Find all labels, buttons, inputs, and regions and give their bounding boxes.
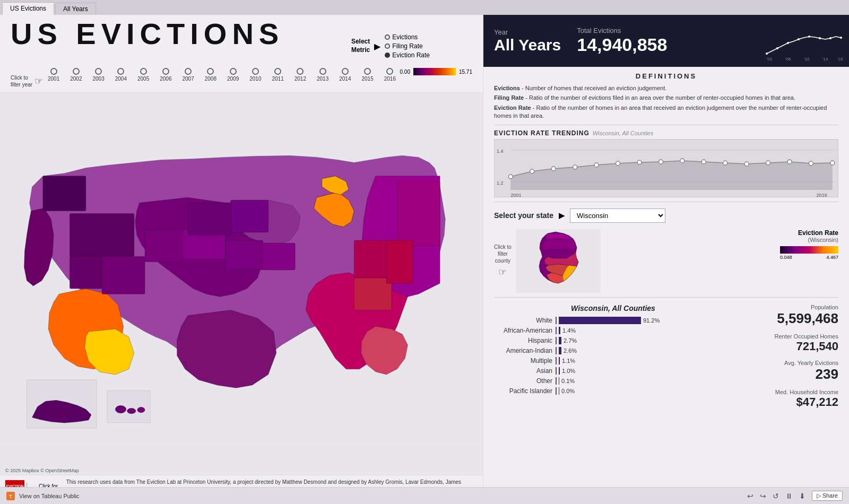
demo-row-multiple: Multiple 1.1% — [494, 357, 732, 364]
share-button[interactable]: ▷ Share — [812, 491, 843, 501]
demographics-title: Wisconsin, All Counties — [494, 304, 732, 312]
year-item-2016[interactable]: 2016 — [384, 68, 396, 82]
year-item-2011[interactable]: 2011 — [272, 68, 284, 82]
wi-legend-subtitle: (Wisconsin) — [780, 237, 838, 243]
svg-point-30 — [840, 37, 842, 39]
svg-rect-13 — [397, 181, 440, 246]
year-item-2004[interactable]: 2004 — [115, 68, 127, 82]
svg-text:T: T — [9, 494, 12, 499]
svg-point-26 — [798, 38, 800, 40]
select-metric-arrow: ▶ — [374, 41, 380, 51]
year-item-2012[interactable]: 2012 — [294, 68, 306, 82]
year-item-2008[interactable]: 2008 — [205, 68, 216, 82]
redo-icon[interactable]: ↪ — [760, 492, 766, 500]
year-value: All Years — [494, 36, 561, 54]
color-scale-min: 0.00 — [400, 69, 410, 75]
svg-point-17 — [115, 406, 126, 413]
year-item-2001[interactable]: 2001 — [48, 68, 59, 82]
svg-text:1.4: 1.4 — [497, 149, 504, 154]
svg-rect-3 — [102, 256, 145, 294]
demo-row-asian: Asian 1.0% — [494, 367, 732, 375]
definitions-title: DEFINITIONS — [494, 72, 838, 80]
svg-point-40 — [508, 175, 513, 179]
svg-point-41 — [530, 169, 534, 173]
stat-renter-homes: Renter Occupied Homes 721,540 — [743, 333, 838, 353]
metric-option-eviction-rate[interactable]: Eviction Rate — [385, 51, 430, 59]
demo-row-white: White 91.2% — [494, 317, 732, 324]
year-item-2005[interactable]: 2005 — [137, 68, 149, 82]
metric-option-filing-rate[interactable]: Filing Rate — [385, 42, 430, 50]
reset-icon[interactable]: ↺ — [773, 492, 779, 500]
svg-text:'14: '14 — [822, 57, 828, 62]
radio-filing-rate — [385, 44, 390, 49]
view-on-tableau[interactable]: View on Tableau Public — [19, 493, 79, 499]
stats-sparkline: '02 '06 '10 '14 '16 — [764, 19, 844, 62]
year-label: Year — [494, 28, 561, 36]
year-item-2007[interactable]: 2007 — [183, 68, 194, 82]
demo-row-pacific-islander: Pacific Islander 0.0% — [494, 387, 732, 395]
trending-chart[interactable]: 1.4 1.2 — [494, 139, 838, 197]
svg-point-53 — [787, 160, 792, 164]
svg-rect-14 — [386, 240, 413, 283]
click-filter-year[interactable]: Click tofilter year ☞ — [11, 74, 43, 88]
us-map-svg — [0, 92, 483, 475]
pause-icon[interactable]: ⏸ — [785, 492, 793, 500]
trending-subtitle: Wisconsin, All Counties — [593, 130, 653, 136]
stat-avg-evictions: Avg. Yearly Evictions 239 — [743, 360, 838, 383]
download-icon[interactable]: ⬇ — [799, 492, 805, 500]
wi-color-bar — [780, 246, 838, 254]
def-filing-rate: Filing Rate - Ratio of the number of evi… — [494, 94, 838, 102]
svg-rect-7 — [263, 243, 295, 270]
svg-text:1.2: 1.2 — [497, 180, 504, 186]
wi-map[interactable] — [516, 229, 601, 293]
stat-population: Population 5,599,468 — [743, 304, 838, 327]
total-evictions-value: 14,940,858 — [577, 34, 667, 55]
svg-point-50 — [723, 161, 727, 165]
year-item-2006[interactable]: 2006 — [160, 68, 171, 82]
svg-rect-16 — [107, 390, 150, 423]
svg-rect-12 — [354, 278, 392, 310]
year-item-2009[interactable]: 2009 — [227, 68, 239, 82]
svg-point-46 — [637, 160, 642, 164]
tab-us-evictions[interactable]: US Evictions — [2, 2, 54, 15]
map-attribution: © 2025 Mapbox © OpenStreetMap — [5, 468, 79, 473]
svg-point-19 — [137, 407, 145, 413]
svg-text:'10: '10 — [804, 57, 810, 62]
year-item-2014[interactable]: 2014 — [339, 68, 351, 82]
year-item-2015[interactable]: 2015 — [362, 68, 374, 82]
stat-med-income: Med. Household Income $47,212 — [743, 389, 838, 409]
svg-point-27 — [808, 36, 810, 38]
map-container[interactable] — [0, 92, 483, 475]
tab-all-years[interactable]: All Years — [55, 3, 96, 15]
click-filter-county-label: Click tofiltercounty — [494, 244, 512, 264]
year-item-2013[interactable]: 2013 — [317, 68, 328, 82]
demo-row-other: Other 0.1% — [494, 377, 732, 385]
svg-text:2001: 2001 — [510, 193, 521, 198]
def-eviction-rate: Eviction Rate - Ratio of the number of h… — [494, 104, 838, 120]
color-scale-bar — [413, 68, 456, 75]
svg-point-54 — [809, 161, 813, 166]
svg-rect-6 — [226, 240, 263, 270]
year-item-2002[interactable]: 2002 — [70, 68, 82, 82]
year-item-2003[interactable]: 2003 — [93, 68, 105, 82]
hand-icon-county: ☞ — [498, 266, 507, 278]
svg-point-23 — [766, 53, 768, 55]
svg-point-51 — [744, 162, 749, 166]
undo-icon[interactable]: ↩ — [747, 492, 753, 500]
svg-rect-2 — [70, 256, 102, 289]
def-evictions: Evictions - Number of homes that receive… — [494, 84, 838, 92]
svg-point-45 — [616, 161, 620, 166]
svg-point-18 — [127, 409, 136, 414]
svg-rect-8 — [43, 176, 86, 211]
svg-point-42 — [551, 167, 556, 171]
svg-text:2016: 2016 — [817, 193, 827, 198]
svg-point-44 — [594, 163, 599, 167]
trending-title: EVICTION RATE TRENDING — [494, 129, 590, 137]
demo-row-hispanic: Hispanic 2.7% — [494, 337, 732, 344]
metric-option-evictions[interactable]: Evictions — [385, 33, 430, 41]
state-dropdown[interactable]: Wisconsin Alabama Alaska Arizona Califor… — [570, 208, 665, 223]
year-item-2010[interactable]: 2010 — [249, 68, 261, 82]
tableau-icon: T — [6, 492, 15, 500]
wi-legend-max: 4.467 — [826, 255, 838, 260]
wi-legend-title: Eviction Rate — [780, 229, 838, 237]
